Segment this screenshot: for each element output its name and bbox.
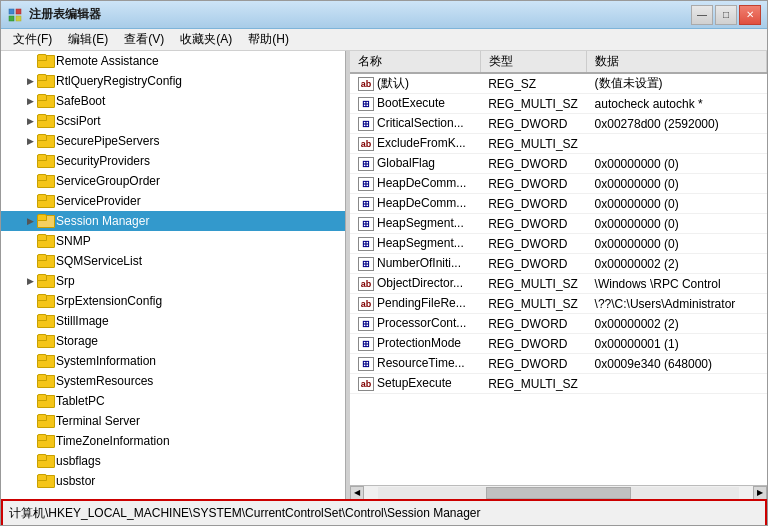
expand-arrow-icon[interactable] — [23, 314, 37, 328]
tree-item[interactable]: SrpExtensionConfig — [1, 291, 345, 311]
close-button[interactable]: ✕ — [739, 5, 761, 25]
expand-arrow-icon[interactable] — [23, 394, 37, 408]
expand-arrow-icon[interactable] — [23, 474, 37, 488]
tree-item[interactable]: SQMServiceList — [1, 251, 345, 271]
table-row[interactable]: ⊞HeapDeComm...REG_DWORD0x00000000 (0) — [350, 174, 767, 194]
menu-edit[interactable]: 编辑(E) — [60, 29, 116, 50]
scroll-left-button[interactable]: ◀ — [350, 486, 364, 500]
tree-item[interactable]: ▶RtlQueryRegistryConfig — [1, 71, 345, 91]
maximize-button[interactable]: □ — [715, 5, 737, 25]
col-name[interactable]: 名称 — [350, 51, 480, 73]
expand-arrow-icon[interactable] — [23, 414, 37, 428]
horizontal-scrollbar[interactable]: ◀ ▶ — [350, 485, 767, 499]
tree-item[interactable]: Terminal Server — [1, 411, 345, 431]
expand-arrow-icon[interactable] — [23, 334, 37, 348]
dword-icon: ⊞ — [358, 257, 374, 271]
tree-item[interactable]: ▶ScsiPort — [1, 111, 345, 131]
row-data: \Windows \RPC Control — [587, 274, 767, 294]
table-row[interactable]: ⊞CriticalSection...REG_DWORD0x00278d00 (… — [350, 114, 767, 134]
expand-arrow-icon[interactable] — [23, 154, 37, 168]
minimize-button[interactable]: — — [691, 5, 713, 25]
menu-view[interactable]: 查看(V) — [116, 29, 172, 50]
tree-item[interactable]: usbflags — [1, 451, 345, 471]
row-name: abExcludeFromK... — [350, 134, 480, 154]
tree-item[interactable]: TabletPC — [1, 391, 345, 411]
tree-item-label: ServiceGroupOrder — [56, 174, 160, 188]
tree-item-label: ScsiPort — [56, 114, 101, 128]
col-data[interactable]: 数据 — [587, 51, 767, 73]
table-row[interactable]: abPendingFileRe...REG_MULTI_SZ\??\C:\Use… — [350, 294, 767, 314]
menu-help[interactable]: 帮助(H) — [240, 29, 297, 50]
row-data — [587, 374, 767, 394]
expand-arrow-icon[interactable]: ▶ — [23, 94, 37, 108]
table-row[interactable]: ⊞HeapSegment...REG_DWORD0x00000000 (0) — [350, 234, 767, 254]
row-name: ⊞HeapSegment... — [350, 214, 480, 234]
expand-arrow-icon[interactable] — [23, 174, 37, 188]
row-type: REG_DWORD — [480, 174, 586, 194]
expand-arrow-icon[interactable] — [23, 354, 37, 368]
tree-item[interactable]: ▶SafeBoot — [1, 91, 345, 111]
tree-item[interactable]: Storage — [1, 331, 345, 351]
col-type[interactable]: 类型 — [480, 51, 586, 73]
table-row[interactable]: abExcludeFromK...REG_MULTI_SZ — [350, 134, 767, 154]
table-row[interactable]: ab(默认)REG_SZ(数值未设置) — [350, 73, 767, 94]
tree-item[interactable]: ServiceProvider — [1, 191, 345, 211]
folder-icon — [37, 474, 53, 488]
expand-arrow-icon[interactable]: ▶ — [23, 114, 37, 128]
detail-scroll-area[interactable]: 名称 类型 数据 ab(默认)REG_SZ(数值未设置)⊞BootExecute… — [350, 51, 767, 485]
expand-arrow-icon[interactable] — [23, 294, 37, 308]
table-row[interactable]: ⊞BootExecuteREG_MULTI_SZautocheck autoch… — [350, 94, 767, 114]
scroll-thumb[interactable] — [486, 487, 630, 499]
table-row[interactable]: abSetupExecuteREG_MULTI_SZ — [350, 374, 767, 394]
tree-item[interactable]: ▶Session Manager — [1, 211, 345, 231]
tree-item[interactable]: StillImage — [1, 311, 345, 331]
scroll-track[interactable] — [378, 487, 739, 499]
scroll-right-button[interactable]: ▶ — [753, 486, 767, 500]
expand-arrow-icon[interactable] — [23, 374, 37, 388]
row-type: REG_MULTI_SZ — [480, 94, 586, 114]
expand-arrow-icon[interactable] — [23, 194, 37, 208]
folder-icon — [37, 414, 53, 428]
table-row[interactable]: ⊞HeapSegment...REG_DWORD0x00000000 (0) — [350, 214, 767, 234]
expand-arrow-icon[interactable] — [23, 54, 37, 68]
tree-item[interactable]: SNMP — [1, 231, 345, 251]
table-row[interactable]: ⊞GlobalFlagREG_DWORD0x00000000 (0) — [350, 154, 767, 174]
table-row[interactable]: ⊞ProtectionModeREG_DWORD0x00000001 (1) — [350, 334, 767, 354]
expand-arrow-icon[interactable] — [23, 234, 37, 248]
expand-arrow-icon[interactable] — [23, 254, 37, 268]
tree-item[interactable]: ServiceGroupOrder — [1, 171, 345, 191]
row-name-text: HeapDeComm... — [377, 176, 466, 190]
dword-icon: ⊞ — [358, 337, 374, 351]
expand-arrow-icon[interactable]: ▶ — [23, 74, 37, 88]
tree-item[interactable]: ▶Srp — [1, 271, 345, 291]
menu-file[interactable]: 文件(F) — [5, 29, 60, 50]
tree-item[interactable]: usbstor — [1, 471, 345, 491]
tree-item[interactable]: ▶SecurePipeServers — [1, 131, 345, 151]
table-row[interactable]: ⊞HeapDeComm...REG_DWORD0x00000000 (0) — [350, 194, 767, 214]
tree-item-label: Storage — [56, 334, 98, 348]
menu-favorites[interactable]: 收藏夹(A) — [172, 29, 240, 50]
expand-arrow-icon[interactable]: ▶ — [23, 134, 37, 148]
expand-arrow-icon[interactable] — [23, 454, 37, 468]
tree-item-label: usbstor — [56, 474, 95, 488]
ab-icon: ab — [358, 137, 374, 151]
table-row[interactable]: ⊞ResourceTime...REG_DWORD0x0009e340 (648… — [350, 354, 767, 374]
expand-arrow-icon[interactable] — [23, 434, 37, 448]
folder-icon — [37, 354, 53, 368]
status-path: 计算机\HKEY_LOCAL_MACHINE\SYSTEM\CurrentCon… — [9, 505, 481, 522]
tree-item[interactable]: SystemResources — [1, 371, 345, 391]
row-type: REG_DWORD — [480, 114, 586, 134]
dword-icon: ⊞ — [358, 157, 374, 171]
tree-item[interactable]: SystemInformation — [1, 351, 345, 371]
expand-arrow-icon[interactable]: ▶ — [23, 274, 37, 288]
tree-pane[interactable]: Remote Assistance▶RtlQueryRegistryConfig… — [1, 51, 346, 499]
table-row[interactable]: abObjectDirector...REG_MULTI_SZ\Windows … — [350, 274, 767, 294]
tree-item[interactable]: TimeZoneInformation — [1, 431, 345, 451]
tree-item[interactable]: SecurityProviders — [1, 151, 345, 171]
registry-table: 名称 类型 数据 ab(默认)REG_SZ(数值未设置)⊞BootExecute… — [350, 51, 767, 394]
table-row[interactable]: ⊞NumberOfIniti...REG_DWORD0x00000002 (2) — [350, 254, 767, 274]
tree-item[interactable]: Remote Assistance — [1, 51, 345, 71]
row-name: abPendingFileRe... — [350, 294, 480, 314]
expand-arrow-icon[interactable]: ▶ — [23, 214, 37, 228]
table-row[interactable]: ⊞ProcessorCont...REG_DWORD0x00000002 (2) — [350, 314, 767, 334]
